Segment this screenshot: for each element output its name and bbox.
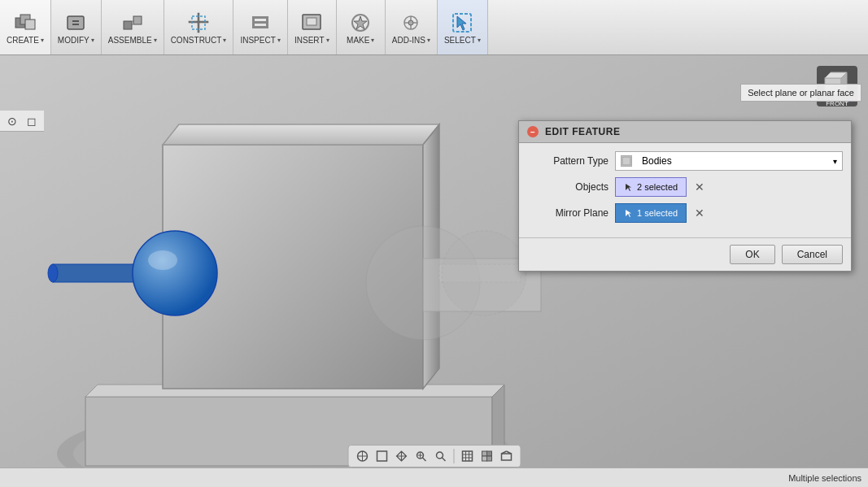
- svg-rect-15: [252, 16, 255, 28]
- objects-label: Objects: [527, 181, 608, 193]
- make-dropdown-arrow: ▾: [371, 37, 374, 44]
- addins-label: ADD-INS ▾: [392, 36, 430, 45]
- svg-marker-33: [163, 124, 439, 145]
- modify-icon: [63, 10, 89, 36]
- objects-control: 2 selected ✕: [615, 177, 843, 197]
- pattern-type-row: Pattern Type Bodies ▾: [527, 151, 843, 171]
- display-mode-btn[interactable]: [458, 447, 476, 465]
- svg-rect-70: [482, 451, 486, 456]
- svg-rect-7: [133, 16, 142, 24]
- dialog-close-icon[interactable]: −: [527, 126, 539, 137]
- svg-point-41: [148, 250, 177, 270]
- view-gizmo[interactable]: FRONT: [813, 62, 861, 111]
- visual-style-btn[interactable]: [478, 447, 495, 465]
- secondary-toolbar: ⊙ ◻: [0, 111, 44, 132]
- cursor-icon: [624, 182, 634, 192]
- svg-marker-25: [457, 16, 466, 30]
- svg-rect-2: [25, 20, 35, 29]
- svg-rect-58: [377, 451, 386, 461]
- svg-rect-3: [68, 16, 84, 29]
- zoom-btn[interactable]: [431, 447, 449, 465]
- svg-rect-72: [482, 456, 486, 461]
- viewport[interactable]: ⊙ ◻: [0, 55, 868, 487]
- grid-btn[interactable]: [373, 447, 390, 465]
- pattern-type-icon: [621, 155, 632, 167]
- toolbar-inspect[interactable]: INSPECT ▾: [233, 0, 287, 54]
- insert-dropdown-arrow: ▾: [326, 37, 329, 44]
- svg-point-63: [436, 452, 443, 459]
- addins-dropdown-arrow: ▾: [427, 37, 430, 44]
- svg-rect-52: [622, 157, 630, 165]
- svg-marker-53: [626, 184, 631, 191]
- toolbar-insert[interactable]: INSERT ▾: [288, 0, 337, 54]
- toolbar-modify[interactable]: MODIFY ▾: [51, 0, 102, 54]
- pattern-type-dropdown[interactable]: Bodies ▾: [615, 151, 843, 171]
- insert-label: INSERT ▾: [294, 36, 329, 45]
- mirror-plane-label: Mirror Plane: [527, 207, 608, 219]
- toolbar-addins[interactable]: ADD-INS ▾: [386, 0, 438, 54]
- assemble-label: ASSEMBLE ▾: [108, 36, 157, 45]
- cursor-active-icon: [624, 208, 634, 218]
- inspect-dropdown-arrow: ▾: [277, 37, 281, 44]
- addins-icon: [398, 10, 424, 36]
- inspect-icon: [247, 10, 273, 36]
- assemble-icon: [120, 10, 146, 36]
- svg-point-39: [48, 264, 58, 282]
- dialog-header: − EDIT FEATURE: [519, 121, 851, 143]
- objects-clear-btn[interactable]: ✕: [691, 180, 708, 193]
- svg-rect-71: [486, 451, 491, 456]
- mirror-plane-clear-btn[interactable]: ✕: [691, 207, 708, 220]
- make-label: MAKE ▾: [347, 36, 374, 45]
- create-label: CREATE ▾: [7, 36, 44, 45]
- main-toolbar: CREATE ▾ MODIFY ▾ ASSEMBLE ▾: [0, 0, 868, 55]
- svg-rect-74: [501, 454, 511, 460]
- svg-line-60: [422, 458, 425, 461]
- select-icon: [449, 10, 475, 36]
- toolbar-make[interactable]: MAKE ▾: [337, 0, 386, 54]
- pan-btn[interactable]: [392, 447, 410, 465]
- select-dropdown-arrow: ▾: [478, 37, 481, 44]
- inspect-label: INSPECT ▾: [240, 36, 280, 45]
- dialog-footer: OK Cancel: [519, 237, 851, 271]
- orbit-btn[interactable]: ⊙: [3, 112, 21, 130]
- svg-point-40: [133, 231, 217, 315]
- dialog-body: Pattern Type Bodies ▾: [519, 143, 851, 237]
- svg-rect-18: [307, 18, 316, 25]
- home-btn[interactable]: [353, 447, 371, 465]
- construct-icon: [185, 10, 212, 36]
- modify-label: MODIFY ▾: [58, 36, 94, 45]
- mirror-plane-control: 1 selected ✕: [615, 203, 843, 223]
- ok-button[interactable]: OK: [730, 245, 774, 264]
- insert-icon: [299, 10, 325, 36]
- mirror-plane-select-btn[interactable]: 1 selected: [615, 203, 687, 223]
- pattern-type-control: Bodies ▾: [615, 151, 843, 171]
- construct-dropdown-arrow: ▾: [223, 37, 226, 44]
- create-dropdown-arrow: ▾: [41, 37, 44, 44]
- pattern-type-value: Bodies: [642, 155, 672, 167]
- zoom-extents-btn[interactable]: [412, 447, 430, 465]
- toolbar-assemble[interactable]: ASSEMBLE ▾: [102, 0, 164, 54]
- svg-rect-6: [124, 21, 132, 29]
- edit-feature-dialog: − EDIT FEATURE Pattern Type: [518, 120, 852, 272]
- svg-rect-65: [462, 451, 472, 461]
- statusbar: Multiple selections: [0, 467, 868, 487]
- objects-select-btn[interactable]: 2 selected: [615, 177, 687, 197]
- svg-line-64: [442, 458, 445, 461]
- view-btn[interactable]: ◻: [23, 112, 41, 130]
- toolbar-select[interactable]: SELECT ▾: [438, 0, 488, 54]
- objects-value: 2 selected: [637, 182, 678, 192]
- cancel-button[interactable]: Cancel: [782, 245, 843, 264]
- svg-point-23: [408, 20, 413, 25]
- pattern-type-arrow: ▾: [833, 157, 837, 166]
- toolbar-create[interactable]: CREATE ▾: [0, 0, 51, 54]
- svg-rect-16: [266, 16, 268, 28]
- assemble-dropdown-arrow: ▾: [154, 37, 157, 44]
- create-icon: [12, 10, 38, 36]
- toolbar-construct[interactable]: CONSTRUCT ▾: [164, 0, 234, 54]
- environment-btn[interactable]: [497, 447, 515, 465]
- modify-dropdown-arrow: ▾: [91, 37, 94, 44]
- objects-row: Objects 2 selected ✕: [527, 177, 843, 197]
- mirror-plane-row: Mirror Plane 1 selected ✕: [527, 203, 843, 223]
- make-icon: [347, 10, 373, 36]
- dialog-title: EDIT FEATURE: [545, 126, 620, 137]
